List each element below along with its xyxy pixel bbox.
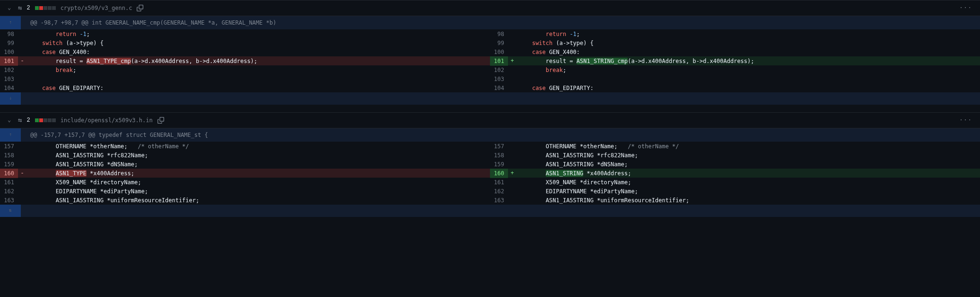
diff-line: 163 ASN1_IA5STRING *uniformResourceIdent… — [0, 196, 490, 205]
code-content[interactable]: X509_NAME *directoryName; — [26, 178, 490, 187]
diffstat[interactable] — [35, 118, 56, 122]
diff-line: 162 EDIPARTYNAME *ediPartyName; — [490, 187, 980, 196]
line-number[interactable]: 99 — [490, 38, 508, 48]
code-content[interactable]: break; — [26, 65, 490, 75]
line-number[interactable]: 159 — [0, 160, 18, 169]
code-content[interactable]: ASN1_IA5STRING *dNSName; — [26, 160, 490, 169]
expand-hunk-both[interactable]: ⇅ — [0, 205, 980, 217]
code-content[interactable]: EDIPARTYNAME *ediPartyName; — [516, 187, 980, 196]
expand-up-icon: ⇡ — [9, 18, 12, 27]
file-diff-block: ⌄ ⇆ 2 crypto/x509/v3_genn.c ··· ⇡ @@ -98… — [0, 0, 980, 105]
code-content[interactable]: case GEN_EDIPARTY: — [516, 83, 980, 93]
diff-line: 104 case GEN_EDIPARTY: — [490, 83, 980, 92]
collapse-toggle[interactable]: ⌄ — [8, 3, 13, 13]
line-number[interactable]: 101 — [490, 56, 508, 66]
code-content[interactable]: return -1; — [26, 29, 490, 39]
code-content[interactable]: ASN1_IA5STRING *dNSName; — [516, 160, 980, 169]
diffstat-square — [52, 118, 56, 122]
line-number[interactable]: 104 — [0, 83, 18, 93]
right-pane: 98 return -1; 99 switch (a->type) { 100 … — [490, 29, 980, 92]
diff-line: 98 return -1; — [0, 29, 490, 38]
code-content[interactable]: EDIPARTYNAME *ediPartyName; — [26, 187, 490, 196]
right-pane: 157 OTHERNAME *otherName; /* otherName *… — [490, 142, 980, 205]
file-path-link[interactable]: include/openssl/x509v3.h.in — [61, 116, 153, 125]
file-header: ⌄ ⇆ 2 include/openssl/x509v3.h.in ··· — [0, 112, 980, 128]
diff-line: 161 X509_NAME *directoryName; — [0, 178, 490, 187]
expand-hunk-up[interactable]: ⇡ — [0, 128, 21, 142]
split-diff: 98 return -1; 99 switch (a->type) { 100 … — [0, 29, 980, 92]
diff-line: 102 break; — [490, 65, 980, 74]
diff-line: 158 ASN1_IA5STRING *rfc822Name; — [490, 151, 980, 160]
line-number[interactable]: 162 — [0, 187, 18, 196]
line-number[interactable]: 103 — [0, 74, 18, 84]
line-number[interactable]: 100 — [0, 47, 18, 57]
diff-sign: - — [18, 56, 26, 66]
code-content[interactable]: ASN1_STRING *x400Address; — [516, 169, 980, 178]
code-content[interactable]: ASN1_IA5STRING *uniformResourceIdentifie… — [26, 196, 490, 205]
code-content[interactable]: switch (a->type) { — [26, 38, 490, 48]
code-content[interactable]: ASN1_IA5STRING *uniformResourceIdentifie… — [516, 196, 980, 205]
diffstat-square — [39, 6, 43, 10]
line-number[interactable]: 103 — [490, 74, 508, 84]
line-number[interactable]: 104 — [490, 83, 508, 93]
line-number[interactable]: 157 — [490, 142, 508, 151]
line-number[interactable]: 98 — [0, 29, 18, 39]
code-content[interactable]: case GEN_EDIPARTY: — [26, 83, 490, 93]
copy-path-icon[interactable] — [158, 117, 164, 124]
line-number[interactable]: 99 — [0, 38, 18, 48]
code-content[interactable]: case GEN_X400: — [26, 47, 490, 57]
hunk-range-text: @@ -98,7 +98,7 @@ int GENERAL_NAME_cmp(G… — [21, 18, 276, 27]
line-number[interactable]: 100 — [490, 47, 508, 57]
expand-all-icon[interactable]: ⇆ — [18, 3, 22, 13]
file-kebab-menu[interactable]: ··· — [959, 3, 972, 13]
line-number[interactable]: 161 — [0, 178, 18, 187]
diff-line: 163 ASN1_IA5STRING *uniformResourceIdent… — [490, 196, 980, 205]
code-content[interactable]: ASN1_TYPE *x400Address; — [26, 169, 490, 178]
file-kebab-menu[interactable]: ··· — [959, 116, 972, 125]
line-number[interactable]: 163 — [0, 196, 18, 205]
line-number[interactable]: 161 — [490, 178, 508, 187]
line-number[interactable]: 162 — [490, 187, 508, 196]
line-number[interactable]: 160 — [490, 169, 508, 178]
diff-line: 103 — [490, 74, 980, 83]
line-number[interactable]: 158 — [0, 151, 18, 160]
diff-line: 159 ASN1_IA5STRING *dNSName; — [0, 160, 490, 169]
code-content[interactable]: return -1; — [516, 29, 980, 39]
diff-sign: - — [18, 169, 26, 178]
line-number[interactable]: 159 — [490, 160, 508, 169]
line-number[interactable]: 158 — [490, 151, 508, 160]
code-content[interactable]: result = ASN1_STRING_cmp(a->d.x400Addres… — [516, 56, 980, 66]
code-content[interactable]: X509_NAME *directoryName; — [516, 178, 980, 187]
diff-line: 160 - ASN1_TYPE *x400Address; — [0, 169, 490, 178]
file-path-link[interactable]: crypto/x509/v3_genn.c — [61, 3, 132, 13]
left-pane: 157 OTHERNAME *otherName; /* otherName *… — [0, 142, 490, 205]
expand-hunk-down[interactable]: ⇣ — [0, 92, 980, 105]
expand-all-icon[interactable]: ⇆ — [18, 116, 22, 125]
diff-line: 100 case GEN_X400: — [490, 47, 980, 56]
line-number[interactable]: 157 — [0, 142, 18, 151]
line-number[interactable]: 101 — [0, 56, 18, 66]
expand-both-icon: ⇅ — [9, 206, 12, 216]
code-content[interactable]: OTHERNAME *otherName; /* otherName */ — [26, 142, 490, 151]
diff-sign: + — [508, 56, 516, 66]
line-number[interactable]: 98 — [490, 29, 508, 39]
line-number[interactable]: 160 — [0, 169, 18, 178]
code-content[interactable]: ASN1_IA5STRING *rfc822Name; — [26, 151, 490, 160]
code-content[interactable]: break; — [516, 65, 980, 75]
code-content[interactable]: result = ASN1_TYPE_cmp(a->d.x400Address,… — [26, 56, 490, 66]
line-number[interactable]: 102 — [490, 65, 508, 75]
diff-sign: + — [508, 169, 516, 178]
copy-path-icon[interactable] — [137, 5, 143, 11]
diffstat[interactable] — [35, 6, 56, 10]
code-content[interactable]: ASN1_IA5STRING *rfc822Name; — [516, 151, 980, 160]
hunk-range-text: @@ -157,7 +157,7 @@ typedef struct GENER… — [21, 130, 208, 140]
line-number[interactable]: 163 — [490, 196, 508, 205]
code-content[interactable]: case GEN_X400: — [516, 47, 980, 57]
code-content[interactable]: switch (a->type) { — [516, 38, 980, 48]
collapse-toggle[interactable]: ⌄ — [8, 116, 13, 125]
diffstat-square — [35, 118, 39, 122]
expand-hunk-up[interactable]: ⇡ — [0, 16, 21, 29]
line-number[interactable]: 102 — [0, 65, 18, 75]
code-content[interactable]: OTHERNAME *otherName; /* otherName */ — [516, 142, 980, 151]
split-diff: 157 OTHERNAME *otherName; /* otherName *… — [0, 142, 980, 205]
